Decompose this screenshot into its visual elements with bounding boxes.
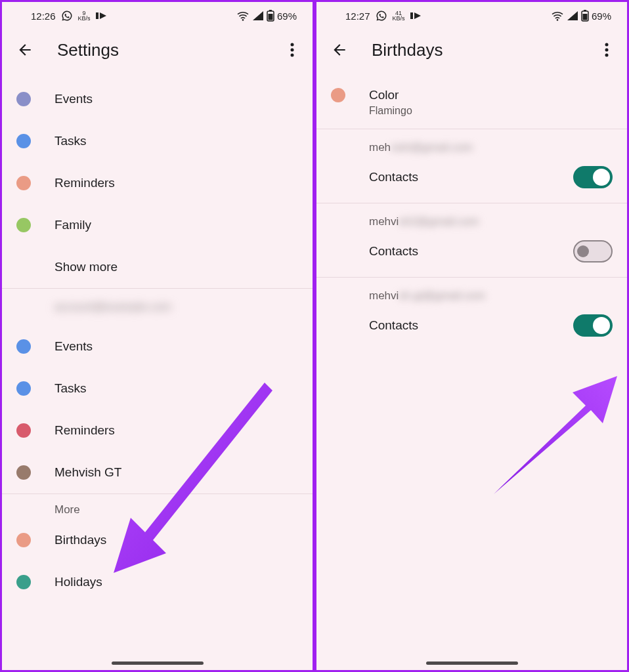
account-block-3: mehvish.gt@gmail.com Contacts [316,278,627,351]
svg-marker-17 [494,376,617,494]
color-dot [16,465,31,480]
phone-settings: 12:26 9KB/s 69% Settings [1,1,313,671]
status-time: 12:27 [345,10,370,22]
show-more-button[interactable]: Show more [2,246,313,288]
annotation-arrow-icon [487,369,618,501]
signal-icon [252,10,264,21]
item-label: Birthdays [54,533,298,547]
svg-point-15 [605,49,609,52]
item-label: Family [54,218,298,232]
svg-rect-3 [269,10,272,11]
status-bar: 12:27 41KB/s 69% [316,2,627,24]
contacts-label: Contacts [369,244,418,259]
svg-point-5 [291,43,294,47]
color-dot [16,339,31,354]
whatsapp-icon [376,10,387,22]
calendar-list: Events Tasks Reminders Family Show more … [2,78,313,603]
account-block-2: mehvish2@gmail.com Contacts [316,203,627,278]
more-section-label: More [2,494,313,519]
item-label: Tasks [54,381,298,396]
item-label: Events [54,92,298,106]
item-label: Tasks [54,134,298,148]
signal-icon [567,10,578,21]
calendar-item-reminders-2[interactable]: Reminders [2,410,313,452]
contacts-toggle[interactable] [573,314,613,337]
svg-rect-4 [268,14,272,20]
battery-icon [581,10,589,22]
page-title: Settings [57,40,263,60]
app-bar: Birthdays [316,24,627,78]
svg-rect-12 [584,10,586,11]
color-dot [16,533,31,547]
contacts-label: Contacts [369,318,418,333]
calendar-item-birthdays[interactable]: Birthdays [2,519,313,561]
calendar-item-events[interactable]: Events [2,78,313,120]
svg-rect-9 [410,12,413,19]
whatsapp-icon [61,10,73,22]
calendar-item-events-2[interactable]: Events [2,326,313,368]
color-dot [16,92,31,106]
color-dot [16,381,31,396]
status-indicator-icon [96,12,106,20]
status-battery-pct: 69% [592,10,611,22]
svg-point-16 [605,54,609,57]
svg-point-6 [291,49,294,52]
svg-point-7 [291,54,294,57]
contacts-toggle[interactable] [573,166,613,188]
item-label: Mehvish GT [54,465,298,480]
back-button[interactable] [11,36,39,64]
svg-rect-0 [96,12,98,19]
status-battery-pct: 69% [277,10,297,22]
status-time: 12:26 [31,10,56,22]
item-label: Show more [54,260,298,274]
status-data-rate: 9KB/s [78,10,91,21]
overflow-menu-button[interactable] [596,36,618,64]
svg-point-14 [605,43,609,47]
contacts-label: Contacts [369,170,418,184]
account-header: account@example.com [2,289,313,326]
calendar-item-tasks-2[interactable]: Tasks [2,368,313,410]
back-button[interactable] [326,36,353,64]
wifi-icon [551,10,564,21]
calendar-item-holidays[interactable]: Holidays [2,561,313,603]
status-indicator-icon [410,12,421,20]
color-value: Flamingo [369,105,412,117]
status-bar: 12:26 9KB/s 69% [2,2,313,24]
account-email: mehvish.gt@gmail.com [316,278,627,306]
app-bar: Settings [2,24,313,78]
calendar-item-family[interactable]: Family [2,204,313,246]
item-label: Reminders [54,423,298,438]
svg-rect-13 [582,14,587,20]
color-dot [16,176,31,190]
status-data-rate: 41KB/s [393,10,405,21]
color-title: Color [369,88,412,102]
item-label: Reminders [54,176,298,190]
phone-birthdays: 12:27 41KB/s 69% Birthdays Color [316,1,628,671]
color-dot [16,423,31,438]
overflow-menu-button[interactable] [281,36,303,64]
svg-point-10 [557,19,559,21]
svg-point-1 [242,19,244,21]
battery-icon [267,10,274,22]
calendar-item-tasks[interactable]: Tasks [2,120,313,162]
color-swatch [331,88,345,102]
color-dot [16,575,31,589]
item-label: Events [54,339,298,354]
color-dot [16,134,31,148]
home-indicator[interactable] [426,662,518,665]
calendar-item-mehvish-gt[interactable]: Mehvish GT [2,452,313,494]
color-setting-row[interactable]: Color Flamingo [316,78,627,129]
contacts-toggle[interactable] [573,240,613,262]
account-email: mehvish2@gmail.com [316,203,627,232]
home-indicator[interactable] [112,662,204,665]
color-dot [16,218,31,232]
wifi-icon [236,10,249,21]
calendar-item-reminders[interactable]: Reminders [2,162,313,204]
account-email: mehvish@gmail.com [316,129,627,158]
page-title: Birthdays [372,40,577,60]
item-label: Holidays [54,575,298,589]
account-block-1: mehvish@gmail.com Contacts [316,129,627,203]
